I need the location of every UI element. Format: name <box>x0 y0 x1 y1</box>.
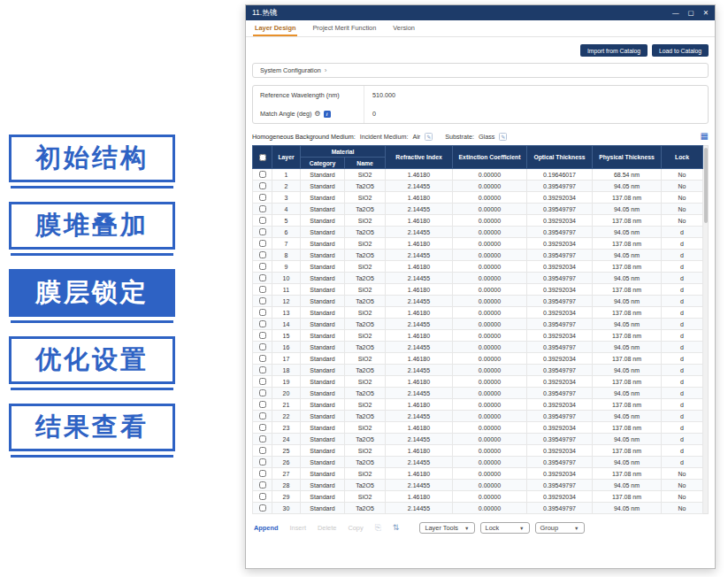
lock-cell[interactable]: No <box>662 169 703 181</box>
lock-cell[interactable]: d <box>662 238 703 250</box>
physical-thickness-cell: 137.08 nm <box>593 468 662 480</box>
lock-cell[interactable]: No <box>662 181 703 192</box>
layer-tools-dropdown[interactable]: Layer Tools ▼ <box>419 522 474 534</box>
row-checkbox[interactable] <box>259 493 266 500</box>
select-all-checkbox[interactable] <box>259 154 266 161</box>
menu-item[interactable]: Project Merit Function <box>310 20 378 36</box>
import-from-catalog-button[interactable]: Import from Catalog <box>580 44 648 57</box>
row-checkbox[interactable] <box>259 171 266 178</box>
lock-cell[interactable]: No <box>662 192 703 204</box>
delete-button[interactable]: Delete <box>318 524 336 532</box>
column-settings-icon[interactable]: ▦ <box>701 132 709 141</box>
lock-cell[interactable]: No <box>662 215 703 227</box>
substrate-edit-icon[interactable]: ✎ <box>499 133 507 141</box>
row-checkbox[interactable] <box>259 297 266 304</box>
paste-icon[interactable]: ⎘ <box>375 524 381 532</box>
lock-cell[interactable]: d <box>662 284 703 296</box>
load-to-catalog-button[interactable]: Load to Catalog <box>652 44 709 57</box>
lock-cell[interactable]: d <box>662 273 703 284</box>
extinction-coefficient-cell: 0.00000 <box>453 319 527 330</box>
row-checkbox[interactable] <box>259 205 266 212</box>
row-checkbox[interactable] <box>259 343 266 350</box>
system-configuration-header[interactable]: System Configuration › <box>252 63 709 78</box>
lock-cell[interactable]: No <box>662 468 703 480</box>
row-checkbox[interactable] <box>259 366 266 373</box>
lock-cell[interactable]: d <box>662 365 703 376</box>
row-checkbox[interactable] <box>259 481 266 489</box>
optical-thickness-cell: 0.39549797 <box>527 411 593 422</box>
swap-icon[interactable]: ⇅ <box>393 524 400 532</box>
sidebar-item-2[interactable]: 膜堆叠加 <box>9 202 175 250</box>
lock-cell[interactable]: d <box>662 388 703 399</box>
row-checkbox[interactable] <box>259 332 266 339</box>
row-checkbox[interactable] <box>259 389 266 396</box>
row-checkbox[interactable] <box>259 240 266 247</box>
incident-medium-edit-icon[interactable]: ✎ <box>425 133 433 141</box>
row-checkbox[interactable] <box>259 447 266 454</box>
lock-cell[interactable]: d <box>662 399 703 411</box>
row-checkbox[interactable] <box>259 470 266 477</box>
row-checkbox[interactable] <box>259 401 266 408</box>
lock-cell[interactable]: d <box>662 330 703 342</box>
row-checkbox[interactable] <box>259 424 266 431</box>
sidebar-item-4[interactable]: 优化设置 <box>9 336 175 384</box>
close-icon[interactable]: ✕ <box>703 10 709 17</box>
row-checkbox[interactable] <box>259 309 266 316</box>
lock-cell[interactable]: d <box>662 445 703 457</box>
row-checkbox[interactable] <box>259 435 266 442</box>
row-checkbox[interactable] <box>259 274 266 281</box>
insert-button[interactable]: Insert <box>290 524 306 532</box>
sidebar-item-3[interactable]: 膜层锁定 <box>9 269 175 317</box>
row-checkbox[interactable] <box>259 228 266 235</box>
copy-button[interactable]: Copy <box>348 524 363 532</box>
lock-cell[interactable]: No <box>662 204 703 215</box>
group-dropdown[interactable]: Group ▼ <box>535 522 585 534</box>
lock-cell[interactable]: No <box>662 480 703 491</box>
row-checkbox[interactable] <box>259 182 266 189</box>
extinction-coefficient-cell: 0.00000 <box>453 480 527 491</box>
row-checkbox[interactable] <box>259 412 266 419</box>
menu-item[interactable]: Version <box>391 20 417 36</box>
lock-cell[interactable]: d <box>662 434 703 445</box>
minimize-icon[interactable]: — <box>672 10 679 17</box>
menu-item[interactable]: Layer Design <box>253 20 297 36</box>
reference-wavelength-field[interactable]: 510.000 <box>364 86 708 104</box>
lock-cell[interactable]: d <box>662 319 703 330</box>
lock-cell[interactable]: d <box>662 342 703 353</box>
category-cell: Standard <box>301 445 345 457</box>
lock-cell[interactable]: d <box>662 353 703 365</box>
layer-tools-dropdown-label: Layer Tools <box>425 524 458 532</box>
row-checkbox[interactable] <box>259 320 266 327</box>
lock-cell[interactable]: d <box>662 457 703 468</box>
sidebar-item-1[interactable]: 初始结构 <box>9 135 175 182</box>
physical-thickness-cell: 94.05 nm <box>593 296 662 307</box>
maximize-icon[interactable]: ▢ <box>688 10 694 17</box>
sidebar-item-5[interactable]: 结果查看 <box>9 404 175 451</box>
lock-cell[interactable]: d <box>662 422 703 434</box>
lock-dropdown[interactable]: Lock ▼ <box>480 522 530 534</box>
row-checkbox[interactable] <box>259 458 266 465</box>
vertical-scrollbar[interactable] <box>703 145 709 514</box>
row-checkbox[interactable] <box>259 194 266 201</box>
lock-cell[interactable]: No <box>662 491 703 503</box>
lock-cell[interactable]: d <box>662 227 703 238</box>
lock-cell[interactable]: d <box>662 411 703 422</box>
lock-cell[interactable]: d <box>662 307 703 319</box>
lock-cell[interactable]: d <box>662 376 703 388</box>
lock-cell[interactable]: d <box>662 296 703 307</box>
lock-cell[interactable]: d <box>662 250 703 261</box>
row-checkbox[interactable] <box>259 263 266 270</box>
lock-cell[interactable]: d <box>662 261 703 273</box>
row-checkbox[interactable] <box>259 286 266 293</box>
info-icon[interactable]: i <box>324 111 331 118</box>
row-checkbox[interactable] <box>259 378 266 385</box>
append-button[interactable]: Append <box>254 524 279 532</box>
scrollbar-thumb[interactable] <box>704 148 708 223</box>
row-checkbox[interactable] <box>259 355 266 362</box>
row-checkbox[interactable] <box>259 504 266 512</box>
gear-icon[interactable]: ⚙ <box>314 111 320 118</box>
lock-cell[interactable]: No <box>662 503 703 514</box>
row-checkbox[interactable] <box>259 217 266 224</box>
row-checkbox[interactable] <box>259 251 266 258</box>
match-angle-field[interactable]: 0 <box>364 104 708 123</box>
